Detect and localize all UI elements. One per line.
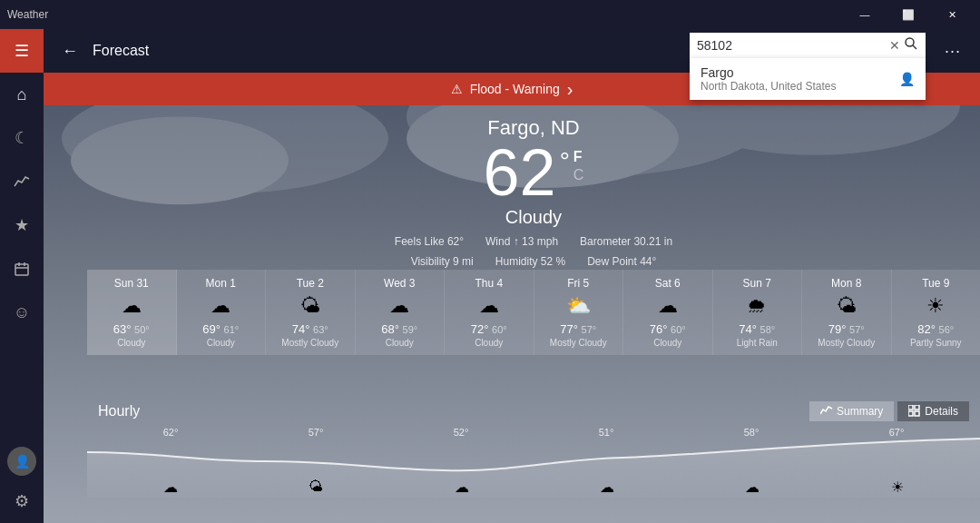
hourly-icon: 🌤: [309, 479, 323, 496]
sidebar-item-favorites[interactable]: ★: [0, 203, 44, 247]
sidebar-item-chart[interactable]: [0, 160, 44, 203]
forecast-condition: Cloudy: [207, 338, 235, 348]
svg-rect-13: [908, 411, 913, 416]
temp-units: F C: [573, 149, 584, 183]
search-container: ✕ Fargo North Dakota, United States 👤: [690, 33, 926, 100]
maximize-button[interactable]: ⬜: [887, 0, 929, 29]
hourly-icon: ☁: [163, 479, 178, 496]
search-box: ✕: [690, 33, 926, 57]
sidebar-item-calendar[interactable]: [0, 247, 44, 291]
forecast-icon: ☁: [389, 293, 409, 319]
sidebar-item-moon[interactable]: ☾: [0, 116, 44, 160]
svg-rect-0: [15, 264, 28, 275]
forecast-day: Mon 8: [831, 277, 861, 290]
forecast-temps: 72° 60°: [471, 322, 507, 336]
alert-text: Flood - Warning: [470, 82, 560, 96]
titlebar-left: Weather: [7, 8, 48, 21]
forecast-icon: ☁: [211, 293, 230, 319]
search-input[interactable]: [697, 38, 886, 53]
forecast-condition: Cloudy: [653, 338, 681, 348]
forecast-icon: ⛅: [566, 293, 591, 319]
sidebar-bottom: 👤 ⚙: [0, 443, 44, 523]
humidity: Humidity 52 %: [495, 255, 565, 268]
forecast-condition: Cloudy: [117, 338, 145, 348]
hourly-chart: 62°57°52°51°58°67° ☁🌤☁☁☁☀: [87, 425, 980, 498]
hourly-icon: ☁: [455, 479, 469, 496]
temperature-value: 62: [484, 140, 556, 205]
forecast-day: Tue 9: [922, 277, 949, 290]
forecast-card[interactable]: Sun 7 🌧 74° 58° Light Rain: [713, 270, 803, 355]
sidebar-item-home[interactable]: ⌂: [0, 73, 44, 116]
feels-like: Feels Like 62°: [395, 235, 464, 248]
sidebar-item-smiley[interactable]: ☺: [0, 291, 44, 334]
hourly-icon: ☁: [745, 479, 760, 496]
unit-c[interactable]: C: [573, 167, 584, 183]
dew-point: Dew Point 44°: [587, 255, 656, 268]
forecast-card[interactable]: Fri 5 ⛅ 77° 57° Mostly Cloudy: [534, 270, 624, 355]
summary-button[interactable]: Summary: [809, 401, 894, 421]
sidebar-item-profile[interactable]: 👤: [7, 447, 36, 476]
app-title: Weather: [7, 8, 48, 21]
forecast-day: Wed 3: [384, 277, 415, 290]
details-button[interactable]: Details: [897, 401, 969, 421]
search-clear-button[interactable]: ✕: [889, 38, 900, 53]
svg-point-4: [906, 38, 914, 46]
forecast-row: Sun 31 ☁ 63° 50° Cloudy Mon 1 ☁ 69° 61° …: [87, 270, 980, 355]
main-content: ← Forecast ☆ 📌 ··· ✕: [44, 29, 980, 523]
forecast-icon: 🌤: [837, 293, 857, 319]
hourly-icon: ☀: [891, 479, 904, 496]
forecast-temps: 76° 60°: [650, 322, 686, 336]
forecast-card[interactable]: Mon 1 ☁ 69° 61° Cloudy: [177, 270, 267, 355]
forecast-condition: Cloudy: [475, 338, 503, 348]
minimize-button[interactable]: —: [844, 0, 886, 29]
forecast-icon: 🌤: [300, 293, 320, 319]
result-location-icon: 👤: [899, 72, 915, 86]
visibility: Visibility 9 mi: [411, 255, 474, 268]
sidebar-item-settings[interactable]: ⚙: [0, 479, 44, 523]
forecast-condition: Cloudy: [386, 338, 414, 348]
forecast-card[interactable]: Tue 2 🌤 74° 63° Mostly Cloudy: [266, 270, 356, 355]
forecast-temps: 69° 61°: [202, 322, 239, 336]
hamburger-button[interactable]: ☰: [0, 29, 44, 73]
forecast-condition: Mostly Cloudy: [818, 338, 875, 348]
forecast-card[interactable]: Sat 6 ☁ 76° 60° Cloudy: [623, 270, 713, 355]
search-dropdown: Fargo North Dakota, United States 👤: [690, 57, 926, 100]
hourly-title: Hourly: [98, 403, 140, 419]
forecast-temps: 82° 56°: [917, 322, 954, 336]
back-button[interactable]: ←: [54, 38, 85, 64]
close-button[interactable]: ✕: [931, 0, 973, 29]
condition-label: Cloudy: [505, 207, 562, 228]
forecast-day: Sat 6: [655, 277, 681, 290]
search-button[interactable]: [904, 36, 918, 54]
forecast-day: Fri 5: [567, 277, 589, 290]
forecast-day: Thu 4: [475, 277, 503, 290]
barometer: Barometer 30.21 in: [580, 235, 672, 248]
forecast-condition: Mostly Cloudy: [281, 338, 338, 348]
forecast-icon: ☁: [122, 293, 142, 319]
weather-details-row1: Feels Like 62° Wind ↑ 13 mph Barometer 3…: [395, 235, 672, 248]
forecast-temps: 74° 63°: [292, 322, 328, 336]
hourly-header: Hourly Summary: [87, 401, 980, 421]
forecast-icon: ☁: [658, 293, 678, 319]
alert-chevron: ›: [567, 79, 573, 100]
forecast-day: Sun 31: [114, 277, 149, 290]
forecast-day: Tue 2: [297, 277, 324, 290]
forecast-card[interactable]: Wed 3 ☁ 68° 59° Cloudy: [356, 270, 446, 355]
forecast-temps: 68° 59°: [381, 322, 417, 336]
result-region: North Dakota, United States: [701, 80, 836, 93]
forecast-card[interactable]: Sun 31 ☁ 63° 50° Cloudy: [87, 270, 177, 355]
forecast-card[interactable]: Mon 8 🌤 79° 57° Mostly Cloudy: [802, 270, 892, 355]
forecast-temps: 74° 58°: [739, 322, 775, 336]
svg-line-5: [913, 45, 916, 49]
forecast-icon: ☀: [926, 293, 945, 319]
forecast-card[interactable]: Tue 9 ☀ 82° 56° Partly Sunny: [892, 270, 981, 355]
svg-rect-14: [915, 411, 919, 416]
alert-icon: ⚠: [451, 82, 463, 96]
temperature-row: 62 ° F C: [484, 140, 584, 205]
forecast-card[interactable]: Thu 4 ☁ 72° 60° Cloudy: [445, 270, 534, 355]
search-result[interactable]: Fargo North Dakota, United States 👤: [690, 58, 926, 100]
unit-f[interactable]: F: [573, 149, 584, 165]
more-button[interactable]: ···: [936, 35, 969, 67]
svg-rect-11: [908, 405, 913, 410]
sidebar: ☰ ⌂ ☾ ★ ☺ 👤 ⚙: [0, 29, 44, 523]
